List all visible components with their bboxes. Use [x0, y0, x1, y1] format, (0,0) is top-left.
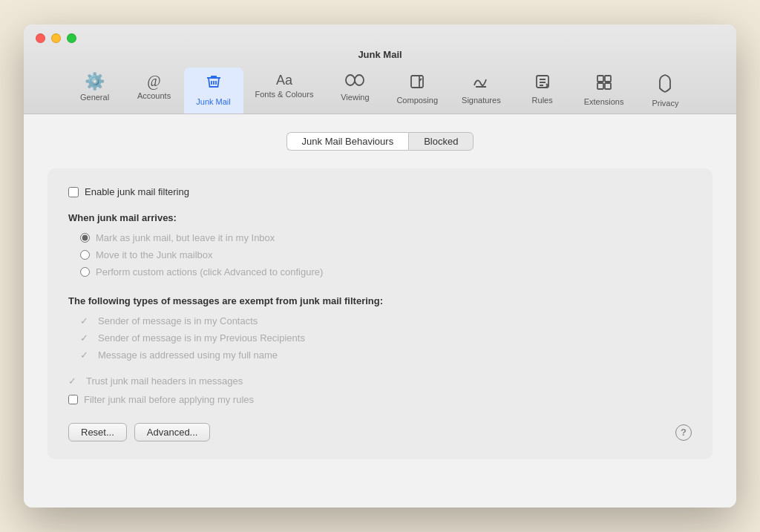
at-icon: @: [147, 73, 160, 88]
tab-viewing-label: Viewing: [341, 93, 369, 102]
extensions-icon: [595, 73, 613, 94]
bottom-row: Reset... Advanced... ?: [68, 423, 692, 441]
radio-move-junk-label: Move it to the Junk mailbox: [96, 249, 213, 260]
tab-signatures-label: Signatures: [462, 96, 501, 105]
enable-junk-label: Enable junk mail filtering: [85, 186, 189, 197]
tab-extensions-label: Extensions: [584, 97, 624, 106]
check-previous-icon: ✓: [80, 332, 92, 344]
filter-before-rules-label: Filter junk mail before applying my rule…: [84, 394, 254, 405]
tab-rules[interactable]: Rules: [513, 68, 572, 114]
tab-junk-mail-label: Junk Mail: [196, 97, 230, 106]
tab-privacy[interactable]: Privacy: [635, 68, 695, 114]
radio-custom-actions-label: Perform custom actions (click Advanced t…: [96, 266, 323, 278]
tab-privacy-label: Privacy: [652, 99, 678, 108]
exempt-previous-recipients: ✓ Sender of message is in my Previous Re…: [80, 332, 692, 344]
fonts-icon: Aa: [276, 73, 292, 87]
svg-rect-2: [411, 76, 423, 88]
tab-fonts-label: Fonts & Colours: [255, 90, 314, 99]
filter-before-rules-item: Filter junk mail before applying my rule…: [68, 394, 692, 405]
tab-junk-mail[interactable]: Junk Mail: [184, 68, 243, 114]
radio-custom-actions-input[interactable]: [80, 267, 90, 277]
radio-mark-inbox-label: Mark as junk mail, but leave it in my In…: [96, 232, 275, 243]
exempt-contacts-label: Sender of message is in my Contacts: [98, 315, 258, 326]
settings-panel: Enable junk mail filtering When junk mai…: [48, 168, 712, 459]
svg-rect-6: [597, 83, 603, 89]
junk-action-radio-group: Mark as junk mail, but leave it in my In…: [80, 232, 692, 278]
tab-rules-label: Rules: [532, 96, 553, 105]
rules-icon: [534, 73, 551, 93]
tab-signatures[interactable]: Signatures: [450, 68, 513, 114]
tab-general[interactable]: ⚙️ General: [65, 68, 125, 114]
extra-options: ✓ Trust junk mail headers in messages Fi…: [68, 375, 692, 405]
tab-viewing[interactable]: Viewing: [325, 68, 384, 114]
minimize-button[interactable]: [51, 33, 61, 43]
junk-mail-icon: [205, 73, 223, 94]
tab-accounts[interactable]: @ Accounts: [125, 68, 184, 114]
tab-extensions[interactable]: Extensions: [572, 68, 636, 114]
svg-rect-7: [605, 83, 611, 89]
exempt-check-group: ✓ Sender of message is in my Contacts ✓ …: [80, 315, 692, 361]
exempt-title: The following types of messages are exem…: [68, 295, 692, 306]
enable-junk-checkbox[interactable]: [68, 187, 79, 197]
exempt-previous-label: Sender of message is in my Previous Reci…: [98, 332, 305, 344]
action-buttons: Reset... Advanced...: [68, 423, 210, 441]
radio-move-junk-input[interactable]: [80, 250, 90, 260]
tab-accounts-label: Accounts: [137, 91, 171, 100]
trust-headers-checkmark: ✓: [68, 375, 80, 387]
tab-fonts-colours[interactable]: Aa Fonts & Colours: [243, 68, 326, 114]
enable-filtering-row: Enable junk mail filtering: [68, 186, 692, 197]
svg-rect-5: [605, 76, 611, 82]
trust-headers-item: ✓ Trust junk mail headers in messages: [68, 375, 692, 387]
radio-mark-inbox-input[interactable]: [80, 233, 90, 243]
segment-control: Junk Mail Behaviours Blocked: [48, 132, 712, 151]
radio-custom-actions: Perform custom actions (click Advanced t…: [80, 266, 692, 278]
segment-blocked[interactable]: Blocked: [408, 132, 474, 151]
check-fullname-icon: ✓: [80, 349, 92, 361]
main-window: Junk Mail ⚙️ General @ Accounts: [24, 24, 736, 508]
window-title: Junk Mail: [358, 49, 402, 60]
viewing-icon: [345, 73, 364, 90]
close-button[interactable]: [36, 33, 45, 43]
when-junk-arrives-title: When junk mail arrives:: [68, 212, 692, 223]
check-contacts-icon: ✓: [80, 315, 92, 326]
exempt-contacts: ✓ Sender of message is in my Contacts: [80, 315, 692, 326]
tab-general-label: General: [80, 93, 109, 102]
svg-point-0: [346, 75, 355, 85]
filter-before-rules-checkbox[interactable]: [68, 395, 78, 404]
content-area: Junk Mail Behaviours Blocked Enable junk…: [24, 114, 736, 508]
tab-composing-label: Composing: [396, 96, 438, 105]
tab-composing[interactable]: Composing: [384, 68, 450, 114]
maximize-button[interactable]: [67, 33, 76, 43]
trust-headers-label: Trust junk mail headers in messages: [86, 375, 243, 387]
radio-mark-inbox: Mark as junk mail, but leave it in my In…: [80, 232, 692, 243]
exempt-section: The following types of messages are exem…: [68, 295, 692, 361]
compose-icon: [409, 73, 425, 93]
exempt-full-name: ✓ Message is addressed using my full nam…: [80, 349, 692, 361]
toolbar: ⚙️ General @ Accounts Junk Mail: [65, 68, 695, 114]
gear-icon: ⚙️: [85, 73, 105, 90]
traffic-lights: [36, 33, 76, 43]
advanced-button[interactable]: Advanced...: [134, 423, 211, 441]
svg-point-1: [355, 75, 364, 85]
radio-move-junk: Move it to the Junk mailbox: [80, 249, 692, 260]
privacy-icon: [657, 73, 673, 96]
signatures-icon: [471, 73, 491, 93]
svg-rect-4: [597, 76, 603, 82]
help-button[interactable]: ?: [675, 424, 692, 441]
titlebar: Junk Mail ⚙️ General @ Accounts: [24, 24, 736, 114]
exempt-fullname-label: Message is addressed using my full name: [98, 349, 278, 361]
segment-junk-mail-behaviours[interactable]: Junk Mail Behaviours: [286, 132, 409, 151]
reset-button[interactable]: Reset...: [68, 423, 127, 441]
